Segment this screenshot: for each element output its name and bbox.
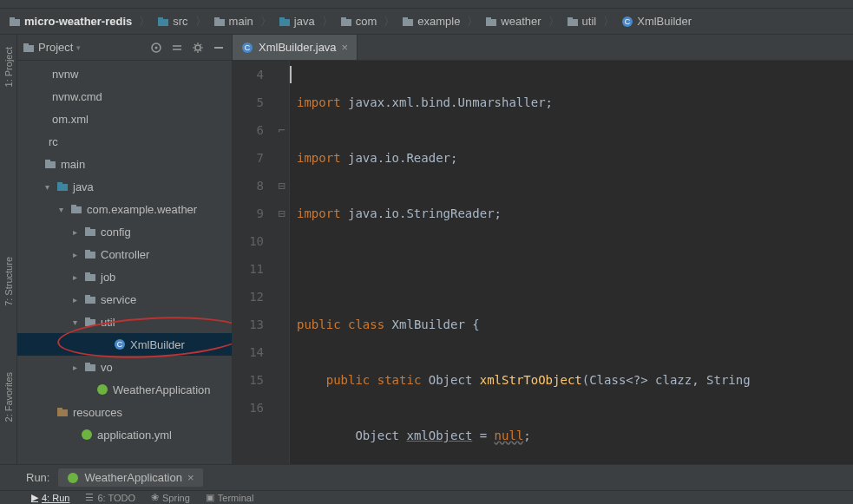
chevron-right-icon: 〉: [322, 14, 333, 29]
svg-rect-11: [403, 17, 408, 20]
svg-text:C: C: [625, 17, 631, 26]
svg-rect-12: [486, 19, 496, 26]
fold-icon[interactable]: ⊟: [274, 172, 289, 200]
project-tree[interactable]: nvnw nvnw.cmd om.xml rc main ▾java ▾com.…: [17, 61, 232, 464]
breadcrumb-project[interactable]: micro-weather-redis: [5, 13, 135, 29]
minimize-icon[interactable]: [211, 40, 226, 56]
bottom-tab-terminal[interactable]: ▣Terminal: [206, 492, 254, 503]
tree-package[interactable]: ▸vo: [17, 356, 232, 378]
svg-rect-35: [85, 272, 90, 275]
chevron-right-icon: 〉: [384, 14, 395, 29]
svg-point-44: [97, 384, 108, 395]
breadcrumb-util[interactable]: util: [563, 13, 600, 29]
top-toolbar-sliver: [0, 0, 853, 9]
bottom-tab-spring[interactable]: ❀Spring: [151, 492, 190, 503]
svg-point-47: [82, 429, 92, 440]
tree-file[interactable]: nvnw: [17, 62, 232, 85]
caret-icon: [290, 66, 292, 83]
svg-text:C: C: [117, 340, 123, 349]
package-icon: [83, 360, 97, 374]
svg-rect-29: [71, 205, 76, 207]
editor-area: C XmlBuilder.java × 4 5 6 7 8 9 10 11 12…: [233, 35, 853, 464]
tool-tab-structure[interactable]: 7: Structure: [2, 252, 16, 311]
tree-package[interactable]: ▸job: [17, 265, 232, 288]
file-icon: [35, 112, 49, 126]
tree-file[interactable]: nvnw.cmd: [17, 85, 232, 108]
file-icon: [35, 67, 49, 81]
expand-arrow-icon[interactable]: ▸: [69, 295, 80, 304]
folder-icon: [279, 16, 291, 28]
breadcrumb-example[interactable]: example: [398, 13, 463, 29]
yaml-icon: [80, 428, 94, 442]
expand-arrow-icon[interactable]: ▾: [69, 317, 80, 327]
bottom-tab-run[interactable]: ▶4: Run: [31, 492, 69, 503]
svg-rect-32: [85, 252, 95, 259]
breadcrumb-java[interactable]: java: [275, 13, 318, 29]
expand-arrow-icon[interactable]: ▸: [69, 363, 80, 372]
package-icon: [83, 247, 97, 261]
tool-tab-favorites[interactable]: 2: Favorites: [2, 367, 16, 427]
close-icon[interactable]: ×: [187, 471, 194, 484]
svg-text:C: C: [245, 43, 251, 52]
svg-rect-28: [71, 206, 82, 213]
tree-folder[interactable]: ▾java: [17, 175, 232, 198]
resources-folder-icon: [56, 405, 69, 419]
fold-end-icon[interactable]: ⌐: [274, 116, 289, 144]
breadcrumb-src[interactable]: src: [154, 13, 191, 29]
svg-rect-39: [85, 317, 90, 320]
spring-icon: [67, 472, 79, 484]
bottom-tab-todo[interactable]: ☰6: TODO: [85, 492, 135, 503]
tree-file[interactable]: om.xml: [17, 108, 232, 130]
svg-rect-43: [85, 363, 90, 365]
breadcrumb-com[interactable]: com: [337, 13, 381, 29]
svg-rect-42: [85, 364, 95, 371]
run-toolwindow-header: Run: WeatherApplication ×: [0, 464, 853, 490]
class-icon: C: [621, 16, 633, 28]
svg-rect-4: [214, 19, 225, 26]
project-title[interactable]: Project ▾: [23, 41, 143, 54]
expand-arrow-icon[interactable]: ▸: [69, 227, 80, 237]
folder-icon: [43, 157, 57, 171]
tree-class-xmlbuilder[interactable]: CXmlBuilder: [17, 333, 232, 356]
target-icon[interactable]: [148, 40, 164, 56]
expand-arrow-icon[interactable]: ▾: [42, 182, 52, 192]
gear-icon[interactable]: [190, 40, 206, 56]
svg-rect-6: [279, 19, 290, 26]
folder-icon: [9, 16, 21, 28]
code-text[interactable]: import javax.xml.bind.Unmarshaller; impo…: [290, 61, 853, 464]
todo-icon: ☰: [85, 492, 94, 503]
tree-package-util[interactable]: ▾util: [17, 311, 232, 333]
tree-file[interactable]: application.yml: [17, 423, 232, 446]
fold-gutter[interactable]: ⌐ ⊟ ⊟: [274, 61, 290, 464]
expand-arrow-icon[interactable]: ▾: [56, 205, 66, 214]
chevron-right-icon: 〉: [467, 14, 478, 29]
breadcrumb-main[interactable]: main: [210, 13, 257, 29]
tree-class[interactable]: WeatherApplication: [17, 378, 232, 401]
line-gutter[interactable]: 4 5 6 7 8 9 10 11 12 13 14 15 16: [233, 61, 274, 464]
chevron-right-icon: 〉: [195, 14, 207, 29]
tree-folder[interactable]: resources: [17, 401, 232, 423]
tool-tab-project[interactable]: 1: Project: [2, 42, 16, 92]
tree-package[interactable]: ▾com.example.weather: [17, 198, 232, 220]
breadcrumb-class[interactable]: C XmlBuilder: [618, 13, 695, 29]
fold-icon[interactable]: ⊟: [274, 200, 289, 227]
editor-tab-xmlbuilder[interactable]: C XmlBuilder.java ×: [233, 35, 358, 60]
chevron-right-icon: 〉: [139, 14, 150, 29]
expand-arrow-icon[interactable]: ▸: [69, 250, 80, 259]
collapse-icon[interactable]: [169, 40, 185, 56]
folder-icon: [31, 134, 45, 148]
tree-package[interactable]: ▸Controller: [17, 243, 232, 265]
expand-arrow-icon[interactable]: ▸: [69, 272, 80, 282]
tree-folder[interactable]: main: [17, 153, 232, 175]
svg-rect-38: [85, 319, 95, 326]
tree-folder[interactable]: rc: [17, 130, 232, 153]
chevron-right-icon: 〉: [260, 14, 272, 29]
breadcrumb-weather[interactable]: weather: [482, 13, 544, 29]
svg-rect-5: [214, 17, 220, 20]
folder-icon: [23, 42, 35, 54]
code-editor[interactable]: 4 5 6 7 8 9 10 11 12 13 14 15 16 ⌐ ⊟ ⊟: [233, 61, 853, 464]
close-icon[interactable]: ×: [342, 41, 349, 54]
tree-package[interactable]: ▸service: [17, 288, 232, 311]
run-config-tab[interactable]: WeatherApplication ×: [58, 468, 202, 487]
tree-package[interactable]: ▸config: [17, 220, 232, 243]
